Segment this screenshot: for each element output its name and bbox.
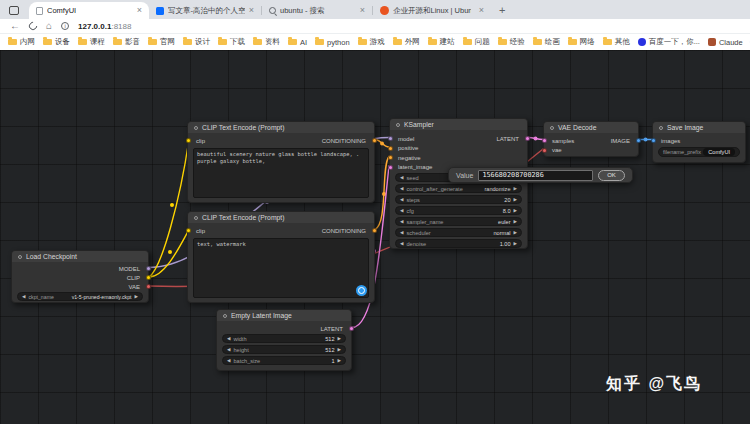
bookmark-folder[interactable]: 外网 xyxy=(393,37,420,47)
bookmark-folder[interactable]: 设备 xyxy=(43,37,70,47)
bookmark-folder[interactable]: 官网 xyxy=(148,37,175,47)
model-input-port[interactable] xyxy=(388,136,393,141)
ubuntu-favicon xyxy=(380,6,389,15)
bookmark-folder[interactable]: 网络 xyxy=(568,37,595,47)
positive-prompt-textarea[interactable]: beautiful scenery nature glass bottle la… xyxy=(193,148,369,198)
back-icon[interactable] xyxy=(10,21,20,31)
negative-input-port[interactable] xyxy=(388,155,393,160)
new-tab-button[interactable]: + xyxy=(499,4,505,16)
node-title-bar[interactable]: Load Checkpoint xyxy=(12,251,148,262)
folder-icon xyxy=(288,39,297,46)
conditioning-output-port[interactable] xyxy=(372,228,377,233)
negative-prompt-textarea[interactable]: text, watermark xyxy=(193,238,369,298)
bookmark-folder[interactable]: 内网 xyxy=(8,37,35,47)
bookmark-folder[interactable]: 下载 xyxy=(218,37,245,47)
denoise-widget[interactable]: denoise1.00 xyxy=(395,239,522,248)
bookmark-folder[interactable]: 游戏 xyxy=(358,37,385,47)
bookmark-folder[interactable]: 资料 xyxy=(253,37,280,47)
bookmark-folder[interactable]: AI xyxy=(288,38,307,47)
vae-input-port[interactable] xyxy=(542,148,547,153)
node-save-image[interactable]: Save Image images filename_prefixComfyUI xyxy=(652,121,746,163)
scheduler-widget[interactable]: schedulernormal xyxy=(395,228,522,237)
tab-ubuntu-search[interactable]: ubuntu - 搜索 xyxy=(262,2,372,19)
window-icon[interactable] xyxy=(9,6,19,15)
node-title-bar[interactable]: CLIP Text Encode (Prompt) xyxy=(188,122,374,133)
height-widget[interactable]: height512 xyxy=(222,345,346,354)
comfyui-canvas[interactable]: Load Checkpoint MODEL CLIP VAE ckpt_name… xyxy=(0,50,750,424)
node-title-bar[interactable]: KSampler xyxy=(390,119,527,130)
close-icon[interactable] xyxy=(137,6,142,15)
bookmark-folder[interactable]: 问题 xyxy=(463,37,490,47)
collapse-icon[interactable] xyxy=(659,126,663,130)
node-empty-latent-image[interactable]: Empty Latent Image LATENT width512 heigh… xyxy=(216,309,352,371)
width-widget[interactable]: width512 xyxy=(222,334,346,343)
images-input-port[interactable] xyxy=(651,138,656,143)
bookmark-folder[interactable]: python xyxy=(315,38,350,47)
conditioning-output-port[interactable] xyxy=(372,138,377,143)
bookmark-folder[interactable]: 设计 xyxy=(183,37,210,47)
control-after-generate-widget[interactable]: control_after_generaterandomize xyxy=(395,184,522,193)
folder-icon xyxy=(428,39,437,46)
folder-icon xyxy=(568,39,577,46)
ok-button[interactable]: OK xyxy=(598,170,625,181)
latent-output-port[interactable] xyxy=(349,326,354,331)
steps-widget[interactable]: steps20 xyxy=(395,195,522,204)
samples-input-port[interactable] xyxy=(542,138,547,143)
vae-output-port[interactable] xyxy=(146,284,151,289)
reload-icon[interactable] xyxy=(27,20,38,31)
node-clip-text-encode-negative[interactable]: CLIP Text Encode (Prompt) clipCONDITIONI… xyxy=(187,211,375,303)
collapse-icon[interactable] xyxy=(396,123,400,127)
filename-prefix-widget[interactable]: filename_prefixComfyUI xyxy=(658,147,740,157)
extension-icon[interactable] xyxy=(356,285,367,296)
image-output-port[interactable] xyxy=(636,138,641,143)
close-icon[interactable] xyxy=(249,6,254,15)
node-title-bar[interactable]: Empty Latent Image xyxy=(217,310,351,321)
close-icon[interactable] xyxy=(479,6,484,15)
site-info-icon[interactable] xyxy=(61,22,69,30)
sampler-name-widget[interactable]: sampler_nameeuler xyxy=(395,217,522,226)
bookmark-folder[interactable]: 建站 xyxy=(428,37,455,47)
node-ksampler[interactable]: KSampler modelLATENT positive negative l… xyxy=(389,118,528,249)
tab-comfyui[interactable]: ComfyUI xyxy=(29,2,149,19)
clip-input-port[interactable] xyxy=(186,138,191,143)
folder-icon xyxy=(358,39,367,46)
tab-ubuntu-site[interactable]: 企业开源和Linux | Ubuntu xyxy=(373,2,491,19)
bookmark-baidu[interactable]: 百度一下，你... xyxy=(638,37,700,47)
batch-size-widget[interactable]: batch_size1 xyxy=(222,356,346,365)
clip-input-port[interactable] xyxy=(186,228,191,233)
tab-zhihu-editor[interactable]: 写文章-高治中的个人空... xyxy=(149,2,261,19)
latent-image-input-port[interactable] xyxy=(388,165,393,170)
bookmark-folder[interactable]: 课程 xyxy=(78,37,105,47)
positive-input-port[interactable] xyxy=(388,146,393,151)
latent-output-port[interactable] xyxy=(525,136,530,141)
seed-value-input[interactable] xyxy=(478,170,593,181)
collapse-icon[interactable] xyxy=(194,126,198,130)
node-load-checkpoint[interactable]: Load Checkpoint MODEL CLIP VAE ckpt_name… xyxy=(11,250,149,303)
zhihu-watermark: 知乎 @飞鸟 xyxy=(606,374,702,395)
bookmark-claude[interactable]: Claude xyxy=(708,38,743,47)
node-title-bar[interactable]: VAE Decode xyxy=(544,122,638,133)
node-clip-text-encode-positive[interactable]: CLIP Text Encode (Prompt) clipCONDITIONI… xyxy=(187,121,375,203)
bookmark-folder[interactable]: 影音 xyxy=(113,37,140,47)
node-title-bar[interactable]: Save Image xyxy=(653,122,745,133)
ckpt-name-widget[interactable]: ckpt_namev1-5-pruned-emaonly.ckpt xyxy=(17,292,143,301)
close-icon[interactable] xyxy=(360,6,365,15)
node-vae-decode[interactable]: VAE Decode samplesIMAGE vae xyxy=(543,121,639,157)
bookmark-folder[interactable]: 绘画 xyxy=(533,37,560,47)
bookmark-folder[interactable]: 其他 xyxy=(603,37,630,47)
node-title-bar[interactable]: CLIP Text Encode (Prompt) xyxy=(188,212,374,223)
model-output-port[interactable] xyxy=(146,266,151,271)
bookmark-folder[interactable]: 经验 xyxy=(498,37,525,47)
clip-output-port[interactable] xyxy=(146,275,151,280)
dialog-label: Value xyxy=(456,172,473,179)
home-icon[interactable] xyxy=(46,21,52,31)
folder-icon xyxy=(218,39,227,46)
cfg-widget[interactable]: cfg8.0 xyxy=(395,206,522,215)
zhihu-favicon xyxy=(156,7,164,15)
collapse-icon[interactable] xyxy=(550,126,554,130)
collapse-icon[interactable] xyxy=(223,314,227,318)
folder-icon xyxy=(498,39,507,46)
url-text[interactable]: 127.0.0.1:8188 xyxy=(78,22,131,31)
collapse-icon[interactable] xyxy=(18,255,22,259)
collapse-icon[interactable] xyxy=(194,216,198,220)
